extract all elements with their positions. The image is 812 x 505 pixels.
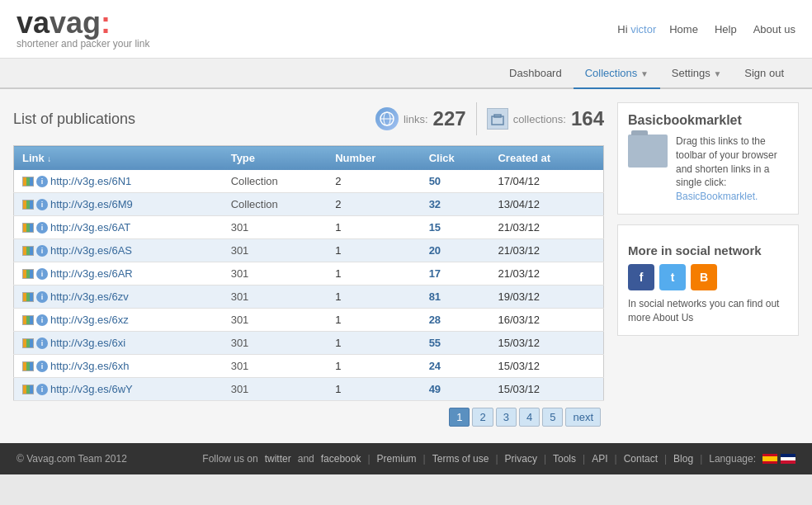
folder-icon bbox=[628, 135, 668, 168]
nav-collections[interactable]: Collections ▼ bbox=[574, 59, 660, 89]
collections-label: collections: bbox=[513, 113, 566, 125]
links-stat: links: 227 bbox=[375, 107, 466, 130]
col-number[interactable]: Number bbox=[327, 146, 420, 171]
blogger-icon[interactable]: B bbox=[691, 264, 717, 290]
bar-chart-icon[interactable] bbox=[22, 269, 34, 279]
table-row: i http://v3g.es/6AS 30112021/03/12 bbox=[14, 239, 604, 262]
link-url[interactable]: http://v3g.es/6N1 bbox=[50, 175, 131, 187]
api-link[interactable]: API bbox=[592, 453, 607, 465]
info-icon[interactable]: i bbox=[36, 176, 48, 187]
cell-type: 301 bbox=[223, 309, 328, 332]
col-link[interactable]: Link ↓ bbox=[14, 146, 223, 171]
username-link[interactable]: victor bbox=[630, 23, 656, 35]
copyright: © Vavag.com Team 2012 bbox=[17, 453, 127, 465]
link-url[interactable]: http://v3g.es/6AS bbox=[50, 244, 132, 257]
info-icon[interactable]: i bbox=[36, 268, 48, 280]
bookmarklet-link[interactable]: BasicBookmarklet. bbox=[676, 191, 758, 202]
cell-created: 15/03/12 bbox=[489, 355, 603, 378]
bar-chart-icon[interactable] bbox=[22, 315, 34, 325]
info-icon[interactable]: i bbox=[36, 199, 48, 210]
flag-en[interactable] bbox=[781, 454, 795, 464]
cell-type: 301 bbox=[223, 216, 328, 239]
table-row: i http://v3g.es/6xz 30112816/03/12 bbox=[14, 309, 604, 332]
cell-number: 1 bbox=[327, 332, 420, 355]
cell-type: 301 bbox=[223, 239, 328, 262]
col-type[interactable]: Type bbox=[223, 146, 328, 171]
box-icon bbox=[491, 112, 504, 125]
twitter-link[interactable]: twitter bbox=[265, 453, 291, 465]
content-area: List of publications links: 227 bbox=[13, 102, 604, 430]
bar-chart-icon[interactable] bbox=[22, 223, 34, 233]
tools-link[interactable]: Tools bbox=[553, 453, 576, 465]
premium-link[interactable]: Premium bbox=[377, 453, 417, 465]
flag-es[interactable] bbox=[762, 454, 777, 464]
link-url[interactable]: http://v3g.es/6xi bbox=[50, 337, 125, 349]
link-url[interactable]: http://v3g.es/6AR bbox=[50, 267, 133, 280]
info-icon[interactable]: i bbox=[36, 291, 48, 303]
info-icon[interactable]: i bbox=[36, 222, 48, 234]
info-icon[interactable]: i bbox=[36, 337, 48, 349]
home-link[interactable]: Home bbox=[669, 23, 698, 35]
sort-arrow: ↓ bbox=[47, 154, 51, 163]
cell-click: 49 bbox=[421, 378, 490, 401]
lang-flags bbox=[762, 454, 795, 464]
page-3[interactable]: 3 bbox=[496, 408, 517, 427]
sidebar: Basicbookmarklet Drag this links to the … bbox=[617, 102, 799, 430]
link-url[interactable]: http://v3g.es/6xh bbox=[50, 360, 129, 372]
info-icon[interactable]: i bbox=[36, 384, 48, 395]
cell-click: 24 bbox=[421, 355, 490, 378]
page-title: List of publications bbox=[13, 111, 135, 128]
bar-chart-icon[interactable] bbox=[22, 292, 34, 302]
sep1: | bbox=[367, 453, 370, 465]
cell-link: i http://v3g.es/6AT bbox=[14, 216, 223, 239]
nav-signout[interactable]: Sign out bbox=[733, 59, 795, 87]
contact-link[interactable]: Contact bbox=[624, 453, 658, 465]
cell-type: 301 bbox=[223, 378, 328, 401]
social-section: More in social network f t B In social n… bbox=[617, 224, 799, 336]
bar-chart-icon[interactable] bbox=[22, 338, 34, 348]
links-count: 227 bbox=[433, 107, 466, 130]
link-url[interactable]: http://v3g.es/6AT bbox=[50, 221, 130, 234]
col-created[interactable]: Created at bbox=[489, 146, 603, 171]
cell-created: 21/03/12 bbox=[489, 262, 603, 286]
table-header-row: Link ↓ Type Number Click Created at bbox=[14, 146, 604, 171]
bar-chart-icon[interactable] bbox=[22, 200, 34, 210]
bar-chart-icon[interactable] bbox=[22, 246, 34, 256]
link-url[interactable]: http://v3g.es/6zv bbox=[50, 290, 129, 303]
page-5[interactable]: 5 bbox=[542, 408, 563, 427]
sep8: | bbox=[700, 453, 702, 465]
link-url[interactable]: http://v3g.es/6wY bbox=[50, 383, 133, 395]
facebook-icon[interactable]: f bbox=[628, 264, 654, 290]
bar-chart-icon[interactable] bbox=[22, 177, 34, 186]
table-row: i http://v3g.es/6xi 30115515/03/12 bbox=[14, 332, 604, 355]
terms-link[interactable]: Terms of use bbox=[432, 453, 489, 465]
page-next[interactable]: next bbox=[565, 408, 601, 427]
publications-table: Link ↓ Type Number Click Created at i ht… bbox=[13, 145, 604, 401]
help-link[interactable]: Help bbox=[715, 23, 737, 35]
nav-settings[interactable]: Settings ▼ bbox=[660, 59, 734, 87]
bar-chart-icon[interactable] bbox=[22, 385, 34, 394]
bar-chart-icon[interactable] bbox=[22, 361, 34, 371]
page-4[interactable]: 4 bbox=[519, 408, 540, 427]
table-row: i http://v3g.es/6M9 Collection23213/04/1… bbox=[14, 193, 604, 216]
bookmarklet-text: Drag this links to the toolbar of your b… bbox=[676, 135, 788, 204]
page-1[interactable]: 1 bbox=[449, 408, 470, 427]
blog-link[interactable]: Blog bbox=[673, 453, 693, 465]
info-icon[interactable]: i bbox=[36, 314, 48, 326]
cell-link: i http://v3g.es/6AS bbox=[14, 239, 223, 262]
logo-va: va bbox=[17, 6, 50, 40]
info-icon[interactable]: i bbox=[36, 245, 48, 257]
cell-link: i http://v3g.es/6xz bbox=[14, 309, 223, 332]
table-row: i http://v3g.es/6N1 Collection25017/04/1… bbox=[14, 170, 604, 193]
page-2[interactable]: 2 bbox=[472, 408, 493, 427]
col-click[interactable]: Click bbox=[421, 146, 490, 171]
facebook-link[interactable]: facebook bbox=[321, 453, 361, 465]
info-icon[interactable]: i bbox=[36, 361, 48, 372]
logo-colon: : bbox=[101, 6, 111, 40]
privacy-link[interactable]: Privacy bbox=[505, 453, 537, 465]
twitter-icon[interactable]: t bbox=[659, 264, 686, 290]
link-url[interactable]: http://v3g.es/6M9 bbox=[50, 198, 133, 210]
about-link[interactable]: About us bbox=[753, 23, 795, 35]
nav-dashboard[interactable]: Dashboard bbox=[498, 59, 574, 87]
link-url[interactable]: http://v3g.es/6xz bbox=[50, 314, 129, 326]
